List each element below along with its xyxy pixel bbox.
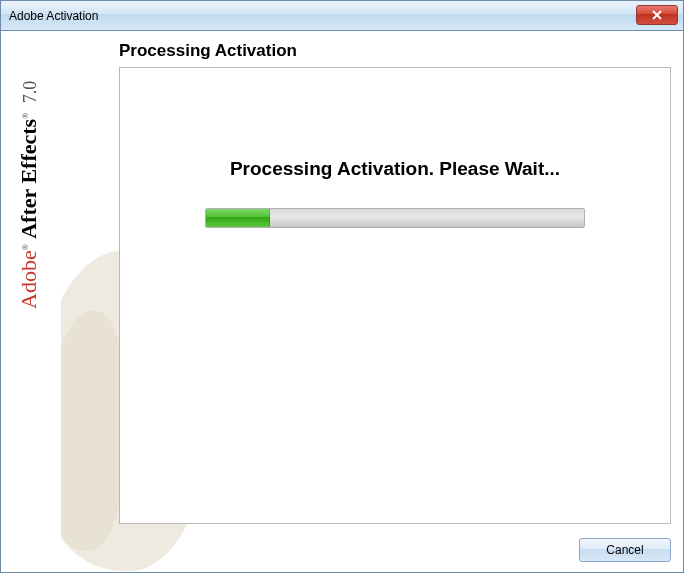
button-row: Cancel bbox=[579, 538, 671, 562]
panel-heading: Processing Activation bbox=[119, 41, 297, 61]
cancel-button[interactable]: Cancel bbox=[579, 538, 671, 562]
window-title: Adobe Activation bbox=[9, 9, 98, 23]
product-branding: Adobe® After Effects® 7.0 bbox=[16, 81, 42, 309]
sidebar: Adobe® After Effects® 7.0 bbox=[1, 31, 61, 572]
progress-bar bbox=[205, 208, 585, 228]
titlebar: Adobe Activation bbox=[1, 1, 683, 31]
registered-icon: ® bbox=[21, 244, 30, 250]
main-panel: Processing Activation. Please Wait... bbox=[119, 67, 671, 524]
product-name: After Effects bbox=[16, 119, 41, 239]
dialog-body: Adobe® After Effects® 7.0 Processing Act… bbox=[1, 31, 683, 572]
dialog-window: Adobe Activation Adobe® After Effects® 7… bbox=[0, 0, 684, 573]
product-version: 7.0 bbox=[20, 81, 40, 104]
progress-fill bbox=[206, 209, 270, 227]
close-button[interactable] bbox=[636, 5, 678, 25]
main-content: Processing Activation. Please Wait... bbox=[120, 68, 670, 228]
brand-name: Adobe bbox=[16, 250, 41, 309]
close-icon bbox=[652, 10, 662, 20]
status-message: Processing Activation. Please Wait... bbox=[160, 158, 630, 180]
registered-icon: ® bbox=[21, 113, 30, 119]
